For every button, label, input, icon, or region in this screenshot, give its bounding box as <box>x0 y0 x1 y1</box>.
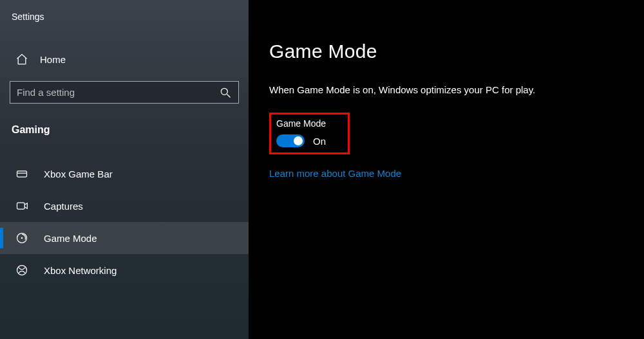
nav-list: Xbox Game Bar Captures Game Mode <box>0 158 249 286</box>
sidebar-item-captures[interactable]: Captures <box>0 190 249 222</box>
sidebar-item-xbox-game-bar[interactable]: Xbox Game Bar <box>0 158 249 190</box>
sidebar-item-label: Game Mode <box>44 233 97 244</box>
page-title: Game Mode <box>269 41 644 62</box>
search-icon <box>219 86 232 99</box>
learn-more-link[interactable]: Learn more about Game Mode <box>269 168 401 179</box>
search-input[interactable] <box>17 87 219 98</box>
svg-point-7 <box>17 266 27 275</box>
home-label: Home <box>40 54 66 65</box>
toggle-state: On <box>313 136 326 147</box>
sidebar-item-label: Captures <box>44 201 83 212</box>
sidebar-item-xbox-networking[interactable]: Xbox Networking <box>0 254 249 286</box>
search-box[interactable] <box>10 81 239 104</box>
sidebar-item-label: Xbox Networking <box>44 265 117 276</box>
svg-line-1 <box>227 94 231 97</box>
svg-rect-2 <box>17 171 27 177</box>
captures-icon <box>15 199 28 212</box>
page-description: When Game Mode is on, Windows optimizes … <box>269 84 644 95</box>
content-pane: Game Mode When Game Mode is on, Windows … <box>249 0 644 339</box>
home-nav[interactable]: Home <box>15 53 239 66</box>
section-label: Gaming <box>12 124 239 136</box>
home-icon <box>15 53 28 66</box>
sidebar: Settings Home Gaming Xbox Game Bar <box>0 0 249 339</box>
svg-point-6 <box>21 237 23 239</box>
window-title: Settings <box>12 12 239 22</box>
toggle-row: On <box>276 134 343 147</box>
game-bar-icon <box>15 167 28 180</box>
annotation-highlight: Game Mode On <box>269 113 350 154</box>
settings-window: Settings Home Gaming Xbox Game Bar <box>0 0 644 339</box>
toggle-knob <box>294 136 303 145</box>
svg-point-0 <box>221 88 227 95</box>
game-mode-toggle[interactable] <box>276 134 305 147</box>
sidebar-item-game-mode[interactable]: Game Mode <box>0 222 249 254</box>
xbox-networking-icon <box>15 264 28 277</box>
toggle-label: Game Mode <box>276 118 343 129</box>
svg-rect-4 <box>17 203 25 209</box>
game-mode-icon <box>15 232 28 244</box>
sidebar-item-label: Xbox Game Bar <box>44 169 113 179</box>
